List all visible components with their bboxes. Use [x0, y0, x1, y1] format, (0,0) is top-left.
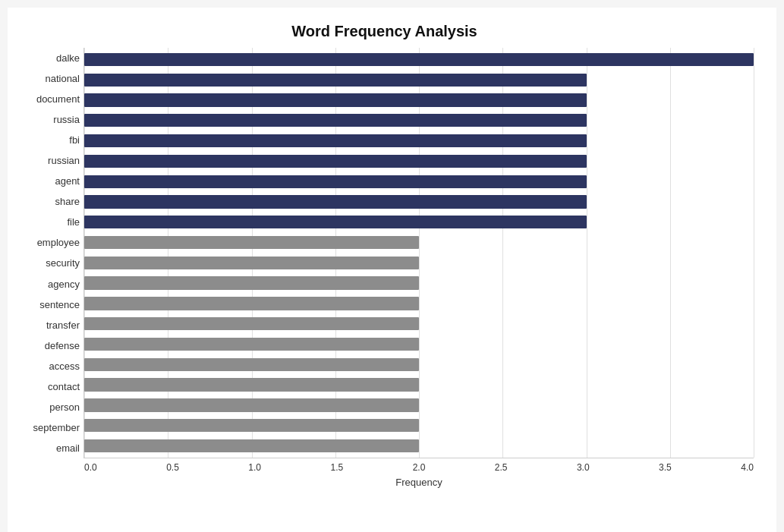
bar	[84, 419, 419, 432]
bar	[84, 338, 419, 351]
x-tick-label: 1.5	[330, 462, 343, 473]
y-label: transfer	[15, 320, 80, 330]
bar	[84, 216, 587, 228]
bar	[84, 195, 587, 208]
bar	[84, 134, 587, 147]
bar-row	[84, 294, 754, 314]
bar	[84, 114, 587, 127]
bar-row	[84, 253, 754, 273]
bar-row	[84, 90, 754, 111]
bar-row	[84, 131, 754, 151]
y-label: file	[15, 217, 80, 227]
x-tick-label: 0.5	[166, 462, 179, 473]
bars-area	[84, 48, 754, 458]
bar-row	[84, 49, 754, 70]
y-label: russia	[15, 115, 80, 124]
bar	[84, 398, 419, 411]
chart-title: Word Frequency Analysis	[15, 23, 754, 40]
x-ticks: 0.00.51.01.52.02.53.03.54.0	[84, 462, 754, 473]
y-label: defense	[15, 341, 80, 351]
bar-row	[84, 212, 754, 232]
bar-row	[84, 334, 754, 354]
y-label: access	[15, 361, 80, 371]
y-label: agent	[15, 176, 80, 186]
bar	[84, 93, 587, 106]
y-label: agency	[15, 279, 80, 289]
bar	[84, 236, 419, 249]
y-label: fbi	[15, 135, 80, 145]
chart-container: Word Frequency Analysis dalkenationaldoc…	[8, 8, 776, 532]
y-label: september	[15, 423, 80, 433]
bar-row	[84, 395, 754, 416]
x-tick-label: 2.0	[413, 462, 426, 473]
y-label: email	[15, 443, 80, 453]
bar	[84, 297, 419, 310]
x-tick-label: 3.0	[577, 462, 590, 473]
bar	[84, 358, 419, 371]
x-tick-label: 1.0	[248, 462, 261, 473]
chart-area: dalkenationaldocumentrussiafbirussianage…	[15, 48, 754, 458]
bar-row	[84, 375, 754, 395]
y-label: contact	[15, 382, 80, 392]
y-label: document	[15, 94, 80, 104]
bar	[84, 439, 419, 452]
bars-and-grid: 0.00.51.01.52.02.53.03.54.0 Frequency	[83, 48, 754, 458]
x-tick-label: 2.5	[495, 462, 508, 473]
y-axis: dalkenationaldocumentrussiafbirussianage…	[15, 48, 83, 458]
bar	[84, 155, 587, 168]
bar	[84, 276, 419, 289]
bar	[84, 378, 419, 391]
x-axis-label: Frequency	[84, 477, 754, 488]
x-tick-label: 0.0	[84, 462, 97, 473]
bar-row	[84, 415, 754, 436]
x-axis: 0.00.51.01.52.02.53.03.54.0 Frequency	[84, 462, 754, 488]
bar-row	[84, 70, 754, 90]
x-tick-label: 4.0	[741, 462, 754, 473]
grid-line	[754, 48, 754, 458]
bar-row	[84, 172, 754, 192]
x-tick-label: 3.5	[659, 462, 672, 473]
y-label: dalke	[15, 53, 80, 63]
y-label: national	[15, 74, 80, 83]
y-label: security	[15, 258, 80, 268]
bar-row	[84, 354, 754, 375]
bar-row	[84, 110, 754, 131]
y-label: person	[15, 402, 80, 412]
y-label: employee	[15, 238, 80, 247]
bar	[84, 175, 587, 188]
bar	[84, 74, 587, 87]
bar	[84, 317, 419, 330]
bar	[84, 53, 754, 66]
bar-row	[84, 313, 754, 334]
bar-row	[84, 273, 754, 294]
bar-row	[84, 436, 754, 456]
y-label: share	[15, 197, 80, 206]
bar-row	[84, 192, 754, 212]
bar	[84, 257, 419, 269]
y-label: sentence	[15, 300, 80, 310]
bar-row	[84, 232, 754, 253]
bar-row	[84, 151, 754, 172]
y-label: russian	[15, 156, 80, 165]
